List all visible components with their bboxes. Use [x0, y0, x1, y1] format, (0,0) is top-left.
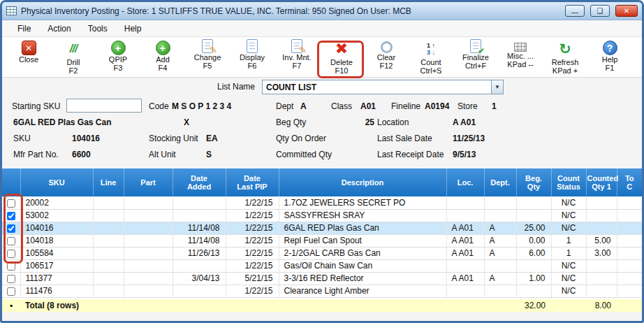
- toolbar-button-close[interactable]: Close: [6, 37, 51, 64]
- total-label: Total (8 rows): [20, 299, 93, 312]
- table-row[interactable]: 106517 1/22/15 Gas/Oil Chain Saw Can N/C: [2, 259, 642, 272]
- window-close-button[interactable]: [615, 5, 638, 17]
- row-checkbox[interactable]: [7, 287, 15, 296]
- cell-date-last-pip: 1/22/15: [226, 285, 279, 297]
- cell-beg-qty: 25.00: [516, 222, 551, 234]
- row-checkbox[interactable]: [7, 250, 15, 258]
- toolbar-button-refresh[interactable]: Refresh KPad +: [543, 37, 587, 75]
- class-label: Class: [331, 101, 352, 111]
- cell-loc: A A01: [446, 247, 484, 259]
- toolbar-button-key: F7: [293, 62, 302, 70]
- cell-description: Gas/Oil Chain Saw Can: [279, 259, 446, 272]
- header-to-c: To C: [617, 168, 642, 196]
- toolbar-button-label: Drill: [67, 58, 80, 66]
- cell-beg-qty: 1.00: [516, 272, 551, 285]
- toolbar-button-label: Clear: [377, 53, 395, 62]
- cell-part: [124, 285, 173, 297]
- row-select-cell: [2, 285, 20, 297]
- cell-beg-qty: [516, 285, 551, 297]
- toolbar-button-change[interactable]: Change F5: [185, 37, 230, 70]
- table-row[interactable]: 111476 1/22/15 Clearance Light Amber N/C: [2, 285, 642, 297]
- close-icon: [22, 41, 36, 55]
- cell-loc: [446, 196, 484, 209]
- toolbar-button-clear[interactable]: Clear F12: [364, 37, 409, 70]
- cell-to-c: [617, 209, 642, 222]
- location-value: A A01: [453, 117, 476, 127]
- row-checkbox[interactable]: [7, 224, 15, 233]
- row-select-cell: [2, 196, 20, 209]
- cell-count-status: 1: [551, 234, 586, 247]
- toolbar-button-label: Delete: [330, 58, 353, 66]
- cell-part: [124, 272, 173, 285]
- code-flags: M S O P 1 2 3 4: [172, 101, 231, 111]
- toolbar-button-label: Misc. ...: [507, 52, 534, 60]
- cell-part: [124, 259, 173, 272]
- cell-to-c: [617, 259, 642, 272]
- cell-counted-qty-1: [586, 196, 617, 209]
- toolbar-button-key: Ctrl+S: [420, 66, 442, 75]
- cell-date-last-pip: 5/21/15: [226, 272, 279, 285]
- cell-count-status: 1: [551, 247, 586, 259]
- toolbar-button-key: KPad --: [507, 60, 533, 69]
- clear-circle-icon: [381, 41, 393, 53]
- menu-help[interactable]: Help: [116, 22, 150, 36]
- list-name-value: COUNT LIST: [263, 80, 491, 94]
- toolbar-button-key: F1: [606, 64, 615, 72]
- toolbar-button-finalize[interactable]: Finalize Ctrl+F: [453, 37, 498, 70]
- row-checkbox[interactable]: [7, 262, 15, 271]
- toolbar-button-qpip[interactable]: QPIP F3: [96, 37, 140, 72]
- last-sale-date-label: Last Sale Date: [377, 134, 432, 143]
- menu-file[interactable]: File: [9, 22, 39, 36]
- row-checkbox[interactable]: [7, 275, 15, 283]
- fineline-value: A0194: [425, 101, 449, 111]
- toolbar-button-key: F5: [203, 62, 212, 70]
- menu-tools[interactable]: Tools: [80, 22, 116, 36]
- cell-date-added: 11/26/13: [173, 247, 226, 259]
- row-checkbox[interactable]: [7, 212, 15, 220]
- cell-counted-qty-1: [586, 209, 617, 222]
- toolbar-button-drill[interactable]: Drill F2: [51, 37, 96, 75]
- chevron-down-icon[interactable]: [491, 80, 503, 94]
- dept-value: A: [300, 101, 307, 111]
- row-checkbox[interactable]: [7, 199, 15, 208]
- cell-beg-qty: [516, 209, 551, 222]
- list-name-select[interactable]: COUNT LIST: [262, 80, 504, 94]
- toolbar-button-delete[interactable]: Delete F10: [319, 37, 364, 75]
- keypad-grid-icon: [514, 43, 527, 52]
- header-sku: SKU: [20, 168, 93, 196]
- cell-date-added: 11/14/08: [173, 234, 226, 247]
- menu-action[interactable]: Action: [39, 22, 79, 36]
- header-dept: Dept.: [484, 168, 516, 196]
- starting-sku-input[interactable]: [66, 99, 142, 113]
- cell-count-status: N/C: [551, 285, 586, 297]
- header-loc: Loc.: [446, 168, 484, 196]
- table-row[interactable]: 104018 11/14/08 1/22/15 Repl Fuel Can Sp…: [2, 234, 642, 247]
- table-row[interactable]: 111377 3/04/13 5/21/15 3-3/16 RED Reflec…: [2, 272, 642, 285]
- drill-icon: [70, 39, 77, 58]
- cell-sku: 111377: [20, 272, 93, 285]
- cell-beg-qty: [516, 196, 551, 209]
- toolbar-button-count[interactable]: Count Ctrl+S: [409, 37, 453, 75]
- header-select: [2, 168, 20, 196]
- cell-description: 1.7OZ JEWELERS SECRET PO: [279, 196, 446, 209]
- toolbar-button-label: QPIP: [109, 55, 127, 64]
- table-row[interactable]: 105584 11/26/13 1/22/15 2-1/2GAL CARB Ga…: [2, 247, 642, 259]
- row-checkbox[interactable]: [7, 237, 15, 245]
- table-row[interactable]: 20002 1/22/15 1.7OZ JEWELERS SECRET PO N…: [2, 196, 642, 209]
- toolbar-button-key: F4: [159, 64, 168, 72]
- cell-to-c: [617, 222, 642, 234]
- cell-dept: A: [484, 272, 516, 285]
- cell-counted-qty-1: 3.00: [586, 247, 617, 259]
- toolbar-button-inv-mnt[interactable]: Inv. Mnt. F7: [275, 37, 319, 70]
- toolbar-button-misc[interactable]: Misc. ... KPad --: [498, 37, 543, 69]
- table-row[interactable]: 53002 1/22/15 SASSYFRESH SRAY N/C: [2, 209, 642, 222]
- toolbar-button-help[interactable]: Help F1: [587, 37, 632, 72]
- toolbar-button-add[interactable]: Add F4: [140, 37, 185, 72]
- maximize-button[interactable]: [590, 5, 610, 17]
- table-row-selected[interactable]: 104016 11/14/08 1/22/15 6GAL RED Plas Ga…: [2, 222, 642, 234]
- cell-date-added: [173, 259, 226, 272]
- minimize-button[interactable]: [565, 5, 585, 17]
- cell-date-added: [173, 196, 226, 209]
- row-select-cell: [2, 222, 20, 234]
- toolbar-button-display[interactable]: Display F6: [230, 37, 275, 70]
